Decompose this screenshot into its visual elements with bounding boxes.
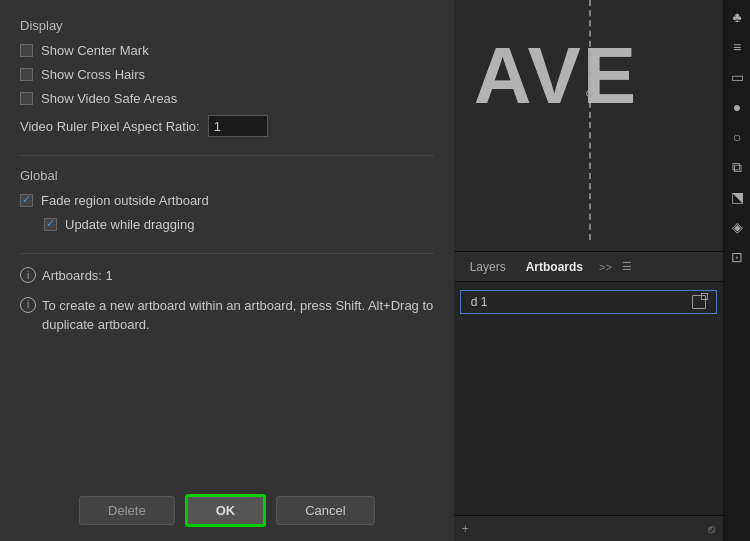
cancel-button[interactable]: Cancel: [276, 496, 374, 525]
canvas-content: AVE: [454, 0, 723, 251]
update-dragging-row: Update while dragging: [44, 217, 434, 232]
panel-bottom-bar: + ⎋: [454, 515, 723, 541]
artboard-new-icon[interactable]: [692, 295, 706, 309]
ok-button[interactable]: OK: [185, 494, 267, 527]
right-toolbar: ♣ ≡ ▭ ● ○ ⧉ ⬔ ◈ ⊡: [723, 0, 750, 541]
club-icon[interactable]: ♣: [726, 6, 748, 28]
artboards-info-text: Artboards: 1: [42, 266, 113, 286]
update-dragging-checkbox[interactable]: [44, 218, 57, 231]
display-section-label: Display: [20, 18, 434, 33]
menu-icon[interactable]: ≡: [726, 36, 748, 58]
pixel-ratio-row: Video Ruler Pixel Aspect Ratio:: [20, 115, 434, 137]
layers-icon[interactable]: ◈: [726, 216, 748, 238]
export-icon[interactable]: ⬔: [726, 186, 748, 208]
stack-icon[interactable]: ⊡: [726, 246, 748, 268]
pixel-ratio-label: Video Ruler Pixel Aspect Ratio:: [20, 119, 200, 134]
layers-tab[interactable]: Layers: [462, 256, 514, 278]
create-artboard-info-row: i To create a new artboard within an art…: [20, 296, 434, 335]
panel-body: d 1: [454, 282, 723, 515]
button-row: Delete OK Cancel: [20, 486, 434, 527]
show-cross-hairs-checkbox[interactable]: [20, 68, 33, 81]
square-icon[interactable]: ▭: [726, 66, 748, 88]
artboards-tab[interactable]: Artboards: [518, 256, 591, 278]
panel-delete-icon[interactable]: ⎋: [708, 522, 715, 536]
canvas-area: AVE Layers Artboards >> ☰ d 1 + ⎋: [454, 0, 723, 541]
delete-button[interactable]: Delete: [79, 496, 175, 525]
dialog-panel: Display Show Center Mark Show Cross Hair…: [0, 0, 454, 541]
artboard-row[interactable]: d 1: [460, 290, 717, 314]
panel-tabs: Layers Artboards >> ☰: [454, 252, 723, 282]
fade-region-label: Fade region outside Artboard: [41, 193, 209, 208]
global-section-label: Global: [20, 168, 434, 183]
guide-dot: [586, 90, 593, 97]
artboards-info-row: i Artboards: 1: [20, 266, 434, 286]
info-icon-1: i: [20, 267, 36, 283]
show-center-mark-label: Show Center Mark: [41, 43, 149, 58]
panel-menu-icon[interactable]: ☰: [622, 260, 632, 273]
fade-region-row: Fade region outside Artboard: [20, 193, 434, 208]
fill-circle-icon[interactable]: ●: [726, 96, 748, 118]
panel-add-icon[interactable]: +: [462, 522, 469, 536]
bottom-panel: Layers Artboards >> ☰ d 1 + ⎋: [454, 251, 723, 541]
dashed-guideline: [589, 0, 591, 240]
create-artboard-info-text: To create a new artboard within an artbo…: [42, 296, 434, 335]
copy-icon[interactable]: ⧉: [726, 156, 748, 178]
show-video-safe-row: Show Video Safe Areas: [20, 91, 434, 106]
show-video-safe-checkbox[interactable]: [20, 92, 33, 105]
show-center-mark-row: Show Center Mark: [20, 43, 434, 58]
artboard-name: d 1: [471, 295, 488, 309]
info-icon-2: i: [20, 297, 36, 313]
divider-2: [20, 253, 434, 254]
canvas-text: AVE: [474, 30, 639, 122]
divider-1: [20, 155, 434, 156]
ring-icon[interactable]: ○: [726, 126, 748, 148]
show-video-safe-label: Show Video Safe Areas: [41, 91, 177, 106]
update-dragging-label: Update while dragging: [65, 217, 194, 232]
fade-region-checkbox[interactable]: [20, 194, 33, 207]
show-cross-hairs-label: Show Cross Hairs: [41, 67, 145, 82]
show-cross-hairs-row: Show Cross Hairs: [20, 67, 434, 82]
show-center-mark-checkbox[interactable]: [20, 44, 33, 57]
tabs-overflow-arrow[interactable]: >>: [595, 259, 616, 275]
pixel-ratio-input[interactable]: [208, 115, 268, 137]
